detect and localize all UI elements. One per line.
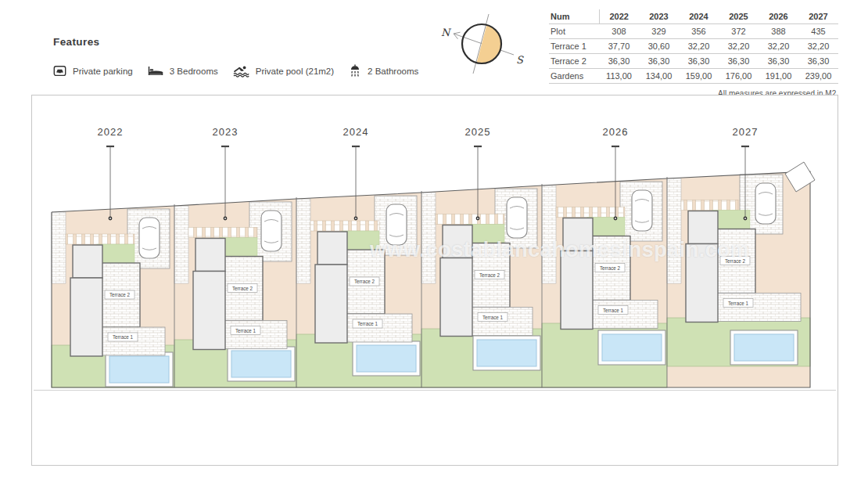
features-legend: Features Private parking3 BedroomsPrivat… xyxy=(53,36,418,77)
table-cell: 159,00 xyxy=(679,69,719,84)
pool xyxy=(734,334,794,361)
table-cell: 32,20 xyxy=(759,39,798,54)
area-table: Num202220232024202520262027Plot308329356… xyxy=(549,9,838,84)
table-cell: 36,30 xyxy=(719,54,759,69)
building xyxy=(195,239,225,272)
feature-label: 2 Bathrooms xyxy=(368,67,418,76)
leader-dot-center xyxy=(109,218,111,219)
car-icon xyxy=(507,197,527,238)
row-label: Terrace 1 xyxy=(549,39,599,54)
walkway xyxy=(188,228,257,238)
terrace-2-label: Terrace 2 xyxy=(600,265,621,271)
table-cell: 36,30 xyxy=(599,54,639,69)
pool xyxy=(602,334,662,361)
terrace-1-label: Terrace 1 xyxy=(357,321,378,326)
table-cell: 388 xyxy=(759,24,798,39)
compass: N S xyxy=(435,8,527,83)
leader-dot-center xyxy=(615,218,616,219)
table-cell: 36,30 xyxy=(798,54,838,69)
terrace-1-label: Terrace 1 xyxy=(482,315,504,320)
row-label: Plot xyxy=(549,24,599,39)
plot-number-label: 2025 xyxy=(465,126,491,138)
table-cell: 32,20 xyxy=(679,39,719,54)
plot-number-label: 2026 xyxy=(603,126,629,138)
feature-item-shower: 2 Bathrooms xyxy=(349,64,418,77)
car-icon xyxy=(632,190,652,231)
boundary-wall xyxy=(296,199,310,283)
table-cell: 32,20 xyxy=(719,39,759,54)
parking-icon xyxy=(53,64,66,77)
boundary-wall xyxy=(52,212,66,283)
car-icon xyxy=(139,218,160,258)
building xyxy=(73,245,102,278)
walkway xyxy=(556,207,625,218)
table-cell: 36,30 xyxy=(759,54,798,69)
walkway xyxy=(66,234,135,244)
leader-dot-center xyxy=(224,218,226,219)
table-cell: 435 xyxy=(798,24,838,39)
table-header-cell: 2025 xyxy=(719,9,759,24)
table-header-cell: 2022 xyxy=(599,9,639,24)
table-header-row: Num202220232024202520262027 xyxy=(549,9,838,24)
features-title: Features xyxy=(53,36,418,48)
walkway xyxy=(436,214,504,225)
table-row: Gardens113,00134,00159,00176,00191,00239… xyxy=(549,69,838,84)
table-cell: 239,00 xyxy=(798,69,838,84)
building xyxy=(70,278,102,356)
building xyxy=(193,272,225,350)
building xyxy=(443,225,472,258)
table-cell: 113,00 xyxy=(599,69,639,84)
table-cell: 37,70 xyxy=(599,39,639,54)
building xyxy=(440,258,472,337)
walkway xyxy=(681,200,738,211)
car-icon xyxy=(261,211,282,251)
boundary-wall xyxy=(421,193,436,283)
feature-label: Private parking xyxy=(73,67,133,76)
feature-label: Private pool (21m2) xyxy=(256,67,334,76)
table-cell: 36,30 xyxy=(639,54,679,69)
boundary-wall xyxy=(667,178,681,283)
compass-rose-icon: N S xyxy=(435,8,527,80)
plot-number-label: 2027 xyxy=(733,126,759,138)
plot-2022: Terrace 2Terrace 1 xyxy=(52,206,174,387)
terrace-2-label: Terrace 2 xyxy=(109,292,131,297)
plot-callout: 2022 xyxy=(98,126,124,220)
shower-icon xyxy=(349,64,361,77)
table-row: Terrace 236,3036,3036,3036,3036,3036,30 xyxy=(549,54,838,69)
features-row: Private parking3 BedroomsPrivate pool (2… xyxy=(53,64,418,77)
car-icon xyxy=(386,204,407,245)
table-header-cell: 2024 xyxy=(679,9,719,24)
terrace-2-label: Terrace 2 xyxy=(354,279,375,284)
table-header-cell: 2023 xyxy=(639,9,679,24)
building xyxy=(317,232,347,265)
walkway xyxy=(310,221,379,231)
plot-number-label: 2023 xyxy=(213,126,239,138)
terrace-2-label: Terrace 2 xyxy=(479,272,500,278)
plot-2027: Terrace 2Terrace 1 xyxy=(667,171,810,387)
building xyxy=(563,218,593,251)
pool xyxy=(109,356,169,383)
terrace-2-label: Terrace 2 xyxy=(725,258,746,264)
table-cell: 372 xyxy=(719,24,759,39)
table-header-cell: 2026 xyxy=(759,9,798,24)
table-cell: 329 xyxy=(639,24,679,39)
boundary-wall xyxy=(542,186,556,283)
terrace-1-label: Terrace 1 xyxy=(235,328,256,333)
swimmer-icon xyxy=(233,65,249,77)
plot-number-label: 2024 xyxy=(343,126,369,138)
row-label: Terrace 2 xyxy=(549,54,599,69)
terrace-2-label: Terrace 2 xyxy=(232,286,253,291)
plot-2023: Terrace 2Terrace 1 xyxy=(174,199,296,387)
plot-2024: Terrace 2Terrace 1 xyxy=(296,193,421,387)
feature-item-bed: 3 Bedrooms xyxy=(148,65,218,77)
measures-panel: Num202220232024202520262027Plot308329356… xyxy=(549,9,838,98)
car-icon xyxy=(755,183,776,224)
compass-north-label: N xyxy=(441,27,452,38)
table-cell: 134,00 xyxy=(639,69,679,84)
pool xyxy=(231,351,291,377)
site-plan-frame: Terrace 2Terrace 1Terrace 2Terrace 1Terr… xyxy=(31,95,838,466)
table-header-cell: Num xyxy=(549,9,599,24)
plot-2026: Terrace 2Terrace 1 xyxy=(542,178,667,387)
table-row: Plot308329356372388435 xyxy=(549,24,838,39)
site-plan-drawing: Terrace 2Terrace 1Terrace 2Terrace 1Terr… xyxy=(32,95,838,465)
